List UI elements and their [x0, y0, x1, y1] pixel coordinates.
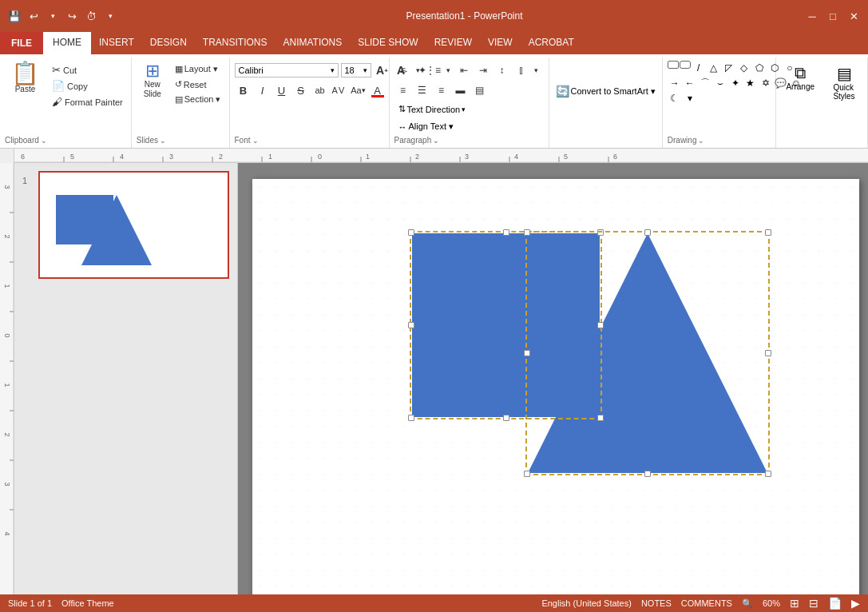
copy-button[interactable]: 📄 Copy [49, 78, 126, 93]
shapes-more[interactable]: ▾ [683, 91, 697, 105]
shape-star5[interactable]: ★ [743, 76, 758, 90]
clipboard-expand-icon[interactable]: ⌄ [41, 137, 47, 145]
smart-justify-button[interactable]: ▤ [471, 81, 489, 99]
minimize-button[interactable]: ─ [804, 8, 820, 24]
shape-arrow-left[interactable]: ← [683, 76, 697, 90]
shape-rect[interactable] [668, 61, 679, 69]
justify-button[interactable]: ▬ [452, 81, 470, 99]
arrange-button[interactable]: ⧉ Arrange [779, 61, 821, 148]
text-direction-icon: ⇅ [398, 104, 406, 114]
triangle-svg [528, 233, 767, 473]
decrease-indent-button[interactable]: ⇤ [455, 62, 473, 79]
shape-moon[interactable]: ☾ [668, 91, 682, 105]
close-button[interactable]: ✕ [846, 8, 862, 24]
ribbon-content: 📋 Paste ✂ Cut 📄 Copy 🖌 Format Pai [0, 54, 868, 149]
shape-triangle[interactable]: △ [707, 61, 721, 75]
font-size-case-button[interactable]: Aa ▾ [350, 81, 367, 99]
cut-button[interactable]: ✂ Cut [49, 62, 126, 77]
format-painter-button[interactable]: 🖌 Format Painter [49, 94, 126, 109]
strikethrough-button[interactable]: S [292, 81, 310, 99]
comments-button[interactable]: COMMENTS [681, 598, 732, 608]
align-right-button[interactable]: ≡ [433, 81, 450, 99]
tab-acrobat[interactable]: ACROBAT [521, 32, 582, 54]
triangle-shape-wrapper[interactable] [528, 233, 767, 473]
tab-review[interactable]: REVIEW [426, 32, 480, 54]
bullets-dropdown[interactable]: ▾ [414, 62, 423, 79]
slide-canvas[interactable] [252, 179, 859, 594]
drawing-expand-icon[interactable]: ⌄ [698, 137, 704, 145]
slide-show-button[interactable]: ▶ [851, 597, 860, 610]
shape-diamond[interactable]: ◇ [737, 61, 751, 75]
underline-button[interactable]: U [273, 81, 291, 99]
paste-button[interactable]: 📋 Paste [5, 59, 46, 97]
section-button[interactable]: ▤ Section ▾ [172, 93, 224, 106]
align-text-button[interactable]: ↔ Align Text ▾ [394, 119, 458, 134]
slide-sorter-button[interactable]: ⊟ [809, 597, 818, 610]
paragraph-expand-icon[interactable]: ⌄ [433, 137, 439, 145]
tab-transitions[interactable]: TRANSITIONS [195, 32, 275, 54]
shape-star6[interactable]: ✡ [759, 76, 773, 90]
reading-view-button[interactable]: 📄 [828, 597, 842, 610]
new-slide-button[interactable]: ⊞ NewSlide [137, 59, 168, 102]
italic-button[interactable]: I [254, 81, 271, 99]
tab-home[interactable]: HOME [43, 32, 91, 54]
font-color-button[interactable]: A [369, 81, 386, 99]
numbering-dropdown[interactable]: ▾ [444, 62, 454, 79]
tab-design[interactable]: DESIGN [142, 32, 195, 54]
tab-view[interactable]: VIEW [480, 32, 521, 54]
shape-curve[interactable]: ⌒ [698, 76, 712, 90]
zoom-level: 60% [763, 598, 780, 608]
drawing-group: / △ ◸ ◇ ⬠ ⬡ ○ → ← ⌒ ⌣ ✦ ★ ✡ 💬 ☺ [663, 58, 777, 148]
character-spacing-button[interactable]: AV [331, 81, 348, 99]
bold-button[interactable]: B [235, 81, 252, 99]
line-spacing-button[interactable]: ↕ [493, 62, 511, 79]
customize-quick-access-icon[interactable]: ▾ [102, 8, 118, 24]
shape-rounded-rect[interactable] [680, 61, 691, 69]
align-center-button[interactable]: ☰ [414, 81, 431, 99]
font-size-dropdown[interactable]: 18▾ [341, 63, 371, 77]
layout-button[interactable]: ▦ Layout ▾ [172, 62, 224, 76]
quick-styles-button[interactable]: ▤ QuickStyles [824, 61, 864, 148]
shape-right-triangle[interactable]: ◸ [722, 61, 736, 75]
tab-animations[interactable]: ANIMATIONS [275, 32, 350, 54]
text-shadow-button[interactable]: ab [311, 81, 329, 99]
status-left: Slide 1 of 1 Office Theme [8, 598, 114, 608]
copy-icon: 📄 [52, 80, 65, 92]
font-group-label: Font ⌄ [235, 134, 384, 146]
bullets-button[interactable]: ≡ [394, 62, 412, 79]
shape-arrow-right[interactable]: → [668, 76, 682, 90]
slide-1-thumbnail[interactable] [38, 171, 229, 279]
svg-marker-44 [528, 233, 767, 473]
columns-button[interactable]: ⫿ [513, 62, 530, 79]
reset-button[interactable]: ↺ Reset [172, 77, 224, 91]
increase-indent-button[interactable]: ⇥ [474, 62, 492, 79]
shape-line[interactable]: / [692, 61, 706, 75]
font-expand-icon[interactable]: ⌄ [252, 137, 259, 145]
maximize-button[interactable]: □ [825, 8, 841, 24]
slide-canvas-area[interactable] [238, 163, 868, 594]
redo-icon[interactable]: ↪ [64, 8, 80, 24]
convert-smartart-button[interactable]: 🔄 Convert to SmartArt ▾ [553, 83, 659, 99]
align-left-button[interactable]: ≡ [394, 81, 412, 99]
font-name-dropdown[interactable]: Calibri▾ [235, 63, 339, 77]
shape-arc[interactable]: ⌣ [713, 76, 727, 90]
normal-view-button[interactable]: ⊞ [790, 597, 799, 610]
numbering-button[interactable]: ⋮≡ [425, 62, 442, 79]
status-right: English (United States) NOTES COMMENTS 🔍… [541, 597, 860, 610]
undo-dropdown-icon[interactable]: ▾ [45, 8, 61, 24]
tab-file[interactable]: FILE [0, 32, 43, 54]
shape-star4[interactable]: ✦ [728, 76, 743, 90]
undo-icon[interactable]: ↩ [26, 8, 42, 24]
notes-button[interactable]: NOTES [641, 598, 672, 608]
drawing-group-label: Drawing ⌄ [668, 134, 771, 146]
zoom-slider-icon[interactable]: 🔍 [742, 598, 753, 609]
columns-dropdown[interactable]: ▾ [532, 62, 541, 79]
slides-expand-icon[interactable]: ⌄ [160, 137, 166, 145]
tab-slideshow[interactable]: SLIDE SHOW [350, 32, 426, 54]
text-direction-button[interactable]: ⇅ Text Direction ▾ [394, 101, 470, 117]
timer-icon[interactable]: ⏱ [83, 8, 99, 24]
increase-font-button[interactable]: A+ [374, 62, 391, 79]
tab-insert[interactable]: INSERT [91, 32, 142, 54]
save-icon[interactable]: 💾 [6, 8, 22, 24]
shape-pentagon[interactable]: ⬠ [752, 61, 767, 75]
